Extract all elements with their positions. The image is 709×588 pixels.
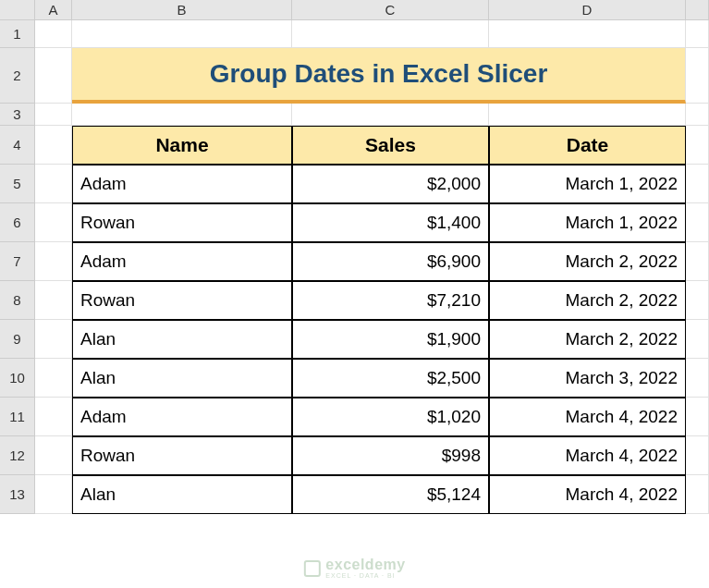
page-title[interactable]: Group Dates in Excel Slicer — [72, 48, 686, 104]
cell-name[interactable]: Adam — [72, 165, 292, 203]
cell-D3[interactable] — [489, 104, 686, 126]
cell-overflow-10[interactable] — [686, 359, 709, 398]
cell-sales[interactable]: $998 — [292, 436, 489, 475]
cell-date[interactable]: March 2, 2022 — [489, 281, 686, 320]
cell-overflow-6[interactable] — [686, 203, 709, 242]
cell-sales[interactable]: $2,000 — [292, 165, 489, 203]
cell-overflow-13[interactable] — [686, 475, 709, 514]
cell-A5[interactable] — [35, 165, 72, 203]
row-header-6[interactable]: 6 — [0, 203, 35, 242]
cell-sales[interactable]: $1,400 — [292, 203, 489, 242]
cell-A12[interactable] — [35, 436, 72, 475]
cell-date[interactable]: March 1, 2022 — [489, 165, 686, 203]
cell-date[interactable]: March 2, 2022 — [489, 242, 686, 281]
cell-overflow-2[interactable] — [686, 48, 709, 104]
cell-overflow-12[interactable] — [686, 436, 709, 475]
row-header-2[interactable]: 2 — [0, 48, 35, 104]
row-header-10[interactable]: 10 — [0, 359, 35, 398]
cell-sales[interactable]: $2,500 — [292, 359, 489, 398]
cell-name[interactable]: Alan — [72, 359, 292, 398]
cell-A13[interactable] — [35, 475, 72, 514]
cell-sales[interactable]: $1,020 — [292, 398, 489, 436]
cell-A3[interactable] — [35, 104, 72, 126]
row-header-11[interactable]: 11 — [0, 398, 35, 436]
watermark-icon — [303, 560, 320, 577]
cell-overflow-1[interactable] — [686, 20, 709, 48]
cell-overflow-11[interactable] — [686, 398, 709, 436]
cell-overflow-5[interactable] — [686, 165, 709, 203]
cell-date[interactable]: March 4, 2022 — [489, 436, 686, 475]
col-header-B[interactable]: B — [72, 0, 292, 20]
cell-name[interactable]: Alan — [72, 320, 292, 359]
cell-name[interactable]: Rowan — [72, 281, 292, 320]
watermark-name: exceldemy — [325, 557, 405, 572]
watermark: exceldemy EXCEL · DATA · BI — [303, 557, 405, 579]
row-header-4[interactable]: 4 — [0, 126, 35, 165]
cell-overflow-3[interactable] — [686, 104, 709, 126]
cell-name[interactable]: Rowan — [72, 436, 292, 475]
cell-overflow-4[interactable] — [686, 126, 709, 165]
row-header-9[interactable]: 9 — [0, 320, 35, 359]
cell-C3[interactable] — [292, 104, 489, 126]
select-all-corner[interactable] — [0, 0, 35, 20]
col-header-A[interactable]: A — [35, 0, 72, 20]
cell-B1[interactable] — [72, 20, 292, 48]
cell-name[interactable]: Adam — [72, 398, 292, 436]
row-header-5[interactable]: 5 — [0, 165, 35, 203]
row-header-13[interactable]: 13 — [0, 475, 35, 514]
col-header-overflow — [686, 0, 709, 20]
cell-name[interactable]: Rowan — [72, 203, 292, 242]
cell-overflow-8[interactable] — [686, 281, 709, 320]
cell-A6[interactable] — [35, 203, 72, 242]
row-header-3[interactable]: 3 — [0, 104, 35, 126]
row-header-8[interactable]: 8 — [0, 281, 35, 320]
row-header-1[interactable]: 1 — [0, 20, 35, 48]
cell-sales[interactable]: $6,900 — [292, 242, 489, 281]
cell-sales[interactable]: $5,124 — [292, 475, 489, 514]
cell-name[interactable]: Alan — [72, 475, 292, 514]
cell-A9[interactable] — [35, 320, 72, 359]
watermark-tag: EXCEL · DATA · BI — [325, 572, 405, 579]
cell-date[interactable]: March 4, 2022 — [489, 398, 686, 436]
cell-A10[interactable] — [35, 359, 72, 398]
cell-sales[interactable]: $7,210 — [292, 281, 489, 320]
row-header-12[interactable]: 12 — [0, 436, 35, 475]
cell-A8[interactable] — [35, 281, 72, 320]
cell-A2[interactable] — [35, 48, 72, 104]
cell-overflow-7[interactable] — [686, 242, 709, 281]
table-header-date[interactable]: Date — [489, 126, 686, 165]
cell-A1[interactable] — [35, 20, 72, 48]
table-header-sales[interactable]: Sales — [292, 126, 489, 165]
cell-D1[interactable] — [489, 20, 686, 48]
cell-date[interactable]: March 3, 2022 — [489, 359, 686, 398]
spreadsheet-grid: A B C D 1 2 Group Dates in Excel Slicer … — [0, 0, 709, 514]
cell-A11[interactable] — [35, 398, 72, 436]
row-header-7[interactable]: 7 — [0, 242, 35, 281]
cell-A4[interactable] — [35, 126, 72, 165]
cell-C1[interactable] — [292, 20, 489, 48]
cell-sales[interactable]: $1,900 — [292, 320, 489, 359]
cell-date[interactable]: March 1, 2022 — [489, 203, 686, 242]
col-header-C[interactable]: C — [292, 0, 489, 20]
cell-name[interactable]: Adam — [72, 242, 292, 281]
table-header-name[interactable]: Name — [72, 126, 292, 165]
cell-B3[interactable] — [72, 104, 292, 126]
cell-date[interactable]: March 4, 2022 — [489, 475, 686, 514]
cell-overflow-9[interactable] — [686, 320, 709, 359]
cell-A7[interactable] — [35, 242, 72, 281]
col-header-D[interactable]: D — [489, 0, 686, 20]
cell-date[interactable]: March 2, 2022 — [489, 320, 686, 359]
